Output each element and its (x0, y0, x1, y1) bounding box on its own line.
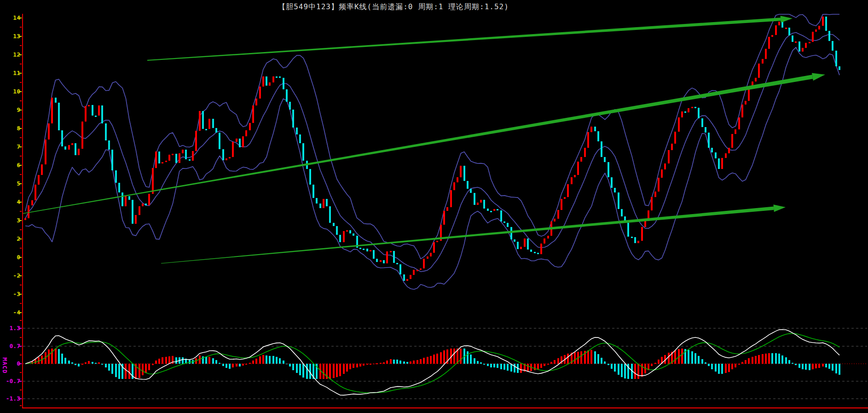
y-axis-label: 7 (17, 143, 20, 150)
y-axis-label: -2 (13, 272, 20, 279)
axis-labels: 1413121110987654320-2-3-41.30.70-0.7-1.3 (6, 14, 20, 402)
y-axis-label: 4 (17, 198, 20, 205)
y-axis-label: -1.3 (6, 395, 20, 402)
y-axis-label: -4 (13, 309, 20, 316)
chart-canvas[interactable]: 1413121110987654320-2-3-41.30.70-0.7-1.3 (0, 0, 868, 413)
y-axis-label: 10 (13, 88, 20, 95)
trend-arrow-head (812, 73, 825, 81)
y-axis-label: 0 (17, 360, 20, 367)
trend-arrow-shaft (22, 75, 813, 214)
bollinger-bands (25, 14, 839, 289)
trend-arrow-head (781, 16, 793, 23)
boll-lower-band (25, 47, 839, 290)
y-axis-label: 9 (17, 106, 20, 113)
macd-histogram (28, 349, 840, 379)
y-axis-label: -3 (13, 291, 20, 297)
y-axis-label: 1.3 (10, 325, 20, 332)
trend-arrow-shaft (147, 17, 781, 61)
macd-dea-line (25, 333, 839, 393)
trend-arrow-head (773, 204, 786, 212)
y-axis-label: 2 (17, 235, 20, 242)
candles-layer (24, 17, 840, 280)
y-axis-label: 3 (17, 217, 20, 224)
y-axis-label: -0.7 (6, 378, 20, 384)
y-axis-label: 8 (17, 125, 20, 132)
trend-arrow-shaft (161, 207, 774, 264)
y-axis-label: 5 (17, 180, 20, 187)
y-axis-label: 11 (13, 70, 20, 76)
y-axis-label: 0 (17, 254, 20, 261)
y-axis-label: 0.7 (10, 343, 20, 349)
macd-panel-label: MACD (1, 355, 8, 376)
macd-dif-line (25, 330, 839, 396)
chart-title: 【胆549中123】频率K线(当前遗漏:0 周期:1 理论周期:1.52) (278, 2, 509, 12)
boll-middle-band (25, 32, 839, 271)
y-axis-label: 6 (17, 162, 20, 169)
chart-window: 1413121110987654320-2-3-41.30.70-0.7-1.3… (0, 0, 868, 413)
y-axis-label: 13 (13, 33, 20, 40)
boll-upper-band (25, 14, 839, 259)
macd-lines (25, 330, 839, 396)
y-axis-label: 14 (13, 14, 20, 21)
y-axis-label: 12 (13, 51, 20, 58)
